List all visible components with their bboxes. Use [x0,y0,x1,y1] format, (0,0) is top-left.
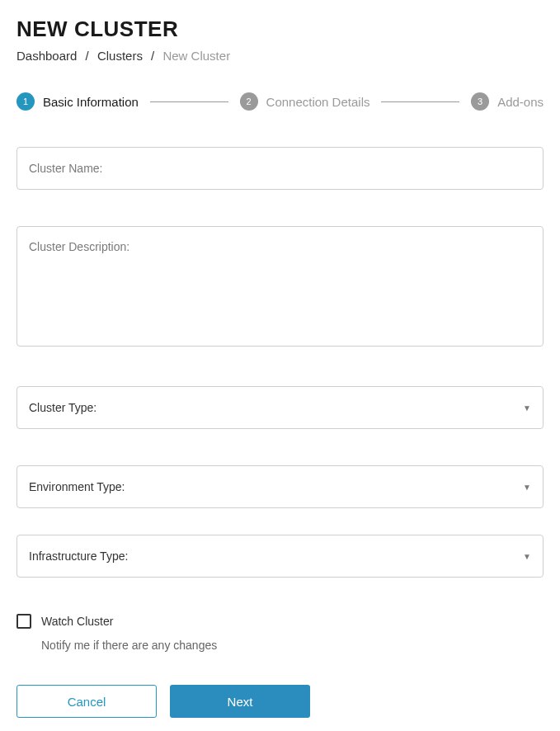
step-number-3: 3 [471,92,489,111]
step-basic-information[interactable]: 1 Basic Information [16,92,139,111]
step-connector [150,101,228,102]
step-label-2: Connection Details [266,95,370,109]
caret-down-icon: ▼ [523,483,531,492]
breadcrumb-separator: / [151,49,154,63]
cluster-type-select[interactable]: Cluster Type: ▼ [16,386,544,429]
breadcrumb: Dashboard / Clusters / New Cluster [16,49,544,63]
watch-cluster-label: Watch Cluster [41,615,113,628]
page-title: NEW CLUSTER [16,17,544,42]
cluster-type-label: Cluster Type: [29,401,96,414]
step-label-1: Basic Information [43,95,139,109]
environment-type-select[interactable]: Environment Type: ▼ [16,465,544,508]
step-label-3: Add-ons [497,95,544,109]
next-button[interactable]: Next [170,685,310,718]
watch-cluster-sublabel: Notify me if there are any changes [41,639,544,652]
cluster-name-input[interactable] [16,147,544,190]
caret-down-icon: ▼ [523,552,531,561]
step-add-ons[interactable]: 3 Add-ons [471,92,544,111]
breadcrumb-link-clusters[interactable]: Clusters [97,49,143,63]
caret-down-icon: ▼ [523,403,531,413]
cancel-button[interactable]: Cancel [16,685,157,718]
step-number-2: 2 [240,92,258,111]
step-number-1: 1 [16,92,35,111]
watch-cluster-checkbox[interactable] [16,614,31,629]
action-buttons: Cancel Next [16,685,544,718]
step-connection-details[interactable]: 2 Connection Details [240,92,370,111]
cluster-description-input[interactable] [16,226,544,347]
breadcrumb-separator: / [86,49,89,63]
infrastructure-type-label: Infrastructure Type: [29,549,128,563]
breadcrumb-current: New Cluster [162,49,230,63]
breadcrumb-link-dashboard[interactable]: Dashboard [16,49,77,63]
environment-type-label: Environment Type: [29,480,125,493]
stepper: 1 Basic Information 2 Connection Details… [16,92,544,111]
step-connector [381,101,459,102]
infrastructure-type-select[interactable]: Infrastructure Type: ▼ [16,535,544,578]
